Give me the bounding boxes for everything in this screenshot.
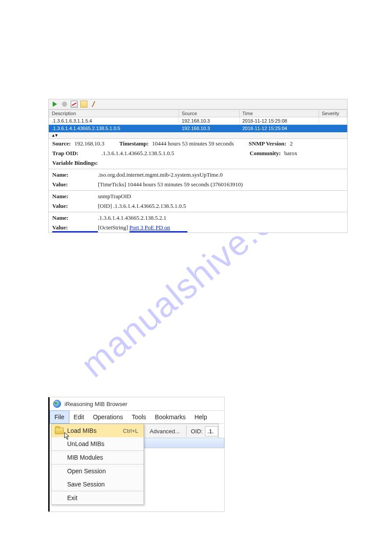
menu-item-label: Save Session	[67, 481, 105, 488]
menu-tools[interactable]: Tools	[127, 411, 151, 423]
menu-edit[interactable]: Edit	[69, 411, 89, 423]
value-source: 192.168.10.3	[74, 140, 104, 147]
folder-icon	[55, 428, 64, 434]
note-icon[interactable]	[80, 101, 87, 108]
menu-load-mibs[interactable]: Load MIBs Ctrl+L	[51, 424, 144, 437]
value-name: .iso.org.dod.internet.mgmt.mib-2.system.…	[98, 171, 344, 178]
menu-item-label: MIB Modules	[67, 454, 103, 461]
value-value: [OID] .1.3.6.1.4.1.43665.2.138.5.1.0.5	[98, 203, 344, 210]
value-trapoid: .1.3.6.1.4.1.43665.2.138.5.1.0.5	[101, 150, 174, 157]
label-value: Value:	[52, 224, 98, 231]
trap-detail-pane: Source:192.168.10.3 Timestamp:10444 hour…	[49, 139, 347, 232]
label-value: Value:	[52, 181, 98, 188]
mib-browser-window: iReasoning MIB Browser File Edit Operati…	[48, 397, 224, 511]
menu-bookmarks[interactable]: Bookmarks	[151, 411, 190, 423]
value-prefix: [OctetString]	[98, 224, 129, 231]
label-name: Name:	[52, 214, 98, 221]
toolbar-right: Advanced... OID:	[143, 424, 219, 439]
value-name: snmpTrapOID	[98, 193, 344, 200]
value-name: .1.3.6.1.4.1.43665.2.138.5.2.1	[98, 214, 344, 221]
cell-sev	[319, 117, 347, 125]
menu-save-session[interactable]: Save Session	[51, 478, 144, 491]
label-value: Value:	[52, 203, 98, 210]
oid-label: OID:	[187, 428, 205, 435]
value-snmpver: 2	[290, 140, 293, 147]
col-time[interactable]: Time	[240, 110, 319, 117]
cell-src: 192.168.10.3	[179, 117, 240, 125]
col-description[interactable]: Description	[49, 110, 179, 117]
menu-file[interactable]: File	[50, 410, 69, 424]
file-dropdown: Load MIBs Ctrl+L UnLoad MIBs MIB Modules…	[51, 424, 144, 505]
menu-open-session[interactable]: Open Session	[51, 464, 144, 478]
cell-time: 2018-11-12 15:25:04	[240, 125, 319, 132]
menu-help[interactable]: Help	[190, 411, 212, 423]
label-snmpver: SNMP Version:	[249, 140, 287, 147]
clear-icon[interactable]	[90, 101, 97, 108]
table-header-row: Description Source Time Severity	[49, 110, 347, 117]
menu-item-label: Exit	[67, 494, 77, 501]
menu-exit[interactable]: Exit	[51, 491, 144, 504]
globe-icon	[53, 400, 61, 408]
value-value: [TimeTicks] 10444 hours 53 minutes 59 se…	[98, 181, 344, 188]
label-timestamp: Timestamp:	[119, 140, 149, 147]
cell-sev	[319, 125, 347, 132]
menubar: File Edit Operations Tools Bookmarks Hel…	[50, 410, 224, 424]
advanced-button[interactable]: Advanced...	[144, 426, 187, 437]
window-title: iReasoning MIB Browser	[65, 401, 127, 407]
value-link[interactable]: Port 3 PoE PD on	[129, 224, 170, 231]
menu-mib-modules[interactable]: MIB Modules	[51, 451, 144, 464]
stop-icon[interactable]	[61, 101, 68, 108]
label-varbindings: Variable Bindings:	[52, 160, 98, 167]
oid-input[interactable]	[205, 426, 218, 436]
label-source: Source:	[52, 140, 71, 147]
col-source[interactable]: Source	[179, 110, 240, 117]
label-name: Name:	[52, 171, 98, 178]
expand-handle-icon[interactable]: ▲▼	[49, 132, 347, 139]
label-community: Community:	[250, 150, 281, 157]
menu-item-label: Load MIBs	[67, 427, 97, 434]
menu-unload-mibs[interactable]: UnLoad MIBs	[51, 437, 144, 450]
value-community: barox	[284, 150, 298, 157]
menu-item-label: Open Session	[67, 468, 106, 475]
col-severity[interactable]: Severity	[319, 110, 347, 117]
value-timestamp: 10444 hours 53 minutes 59 seconds	[152, 140, 234, 147]
trap-toolbar	[49, 99, 347, 109]
cell-desc: .1.3.6.1.6.3.1.1.5.4	[49, 117, 179, 125]
label-trapoid: Trap OID:	[52, 150, 98, 157]
titlebar: iReasoning MIB Browser	[50, 397, 224, 410]
cell-desc: .1.3.6.1.4.1.43665.2.138.5.1.0.5	[49, 125, 179, 132]
value-value: [OctetString] Port 3 PoE PD on	[98, 224, 344, 231]
cell-src: 192.168.10.3	[179, 125, 240, 132]
filter-icon[interactable]	[71, 101, 78, 108]
cell-time: 2018-11-12 15:25:08	[240, 117, 319, 125]
menu-item-label: UnLoad MIBs	[67, 440, 104, 447]
menu-shortcut: Ctrl+L	[123, 428, 138, 434]
trap-receiver-panel: Description Source Time Severity .1.3.6.…	[48, 99, 348, 233]
play-icon[interactable]	[51, 101, 58, 108]
table-row-selected[interactable]: .1.3.6.1.4.1.43665.2.138.5.1.0.5 192.168…	[49, 125, 347, 132]
tree-header-bar	[143, 438, 224, 448]
label-name: Name:	[52, 193, 98, 200]
table-row[interactable]: .1.3.6.1.6.3.1.1.5.4 192.168.10.3 2018-1…	[49, 117, 347, 125]
menu-operations[interactable]: Operations	[89, 411, 127, 423]
trap-table: Description Source Time Severity .1.3.6.…	[49, 109, 347, 132]
